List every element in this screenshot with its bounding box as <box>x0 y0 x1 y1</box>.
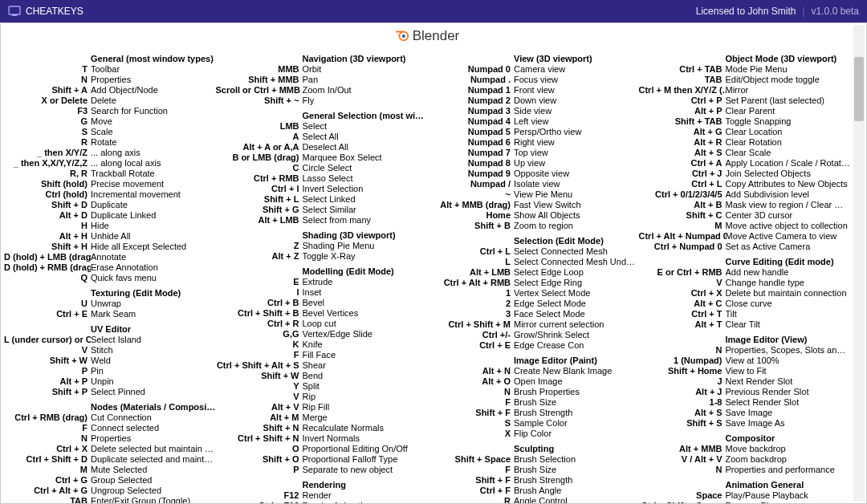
shortcut-key: Numpad / <box>427 179 514 189</box>
shortcut-key: G,G <box>216 329 303 339</box>
shortcut-description: Loop cut <box>303 319 428 329</box>
shortcut-description: Delete <box>91 96 216 106</box>
shortcut-key: Shift + TAB <box>639 116 726 127</box>
shortcut-key: F3 <box>4 106 91 116</box>
shortcut-row: Numpad 8Up view <box>427 158 639 169</box>
shortcut-key: Alt + V <box>216 402 303 413</box>
shortcut-key: Shift + Space <box>427 454 514 465</box>
shortcut-row: VChange handle type <box>639 278 851 288</box>
shortcut-row: Ctrl + JJoin Selected Objects <box>639 169 851 179</box>
shortcut-row: SpacePlay/Pause Playback <box>639 490 851 501</box>
shortcut-description: Zoom In/Out <box>303 85 428 96</box>
shortcut-row: HHide <box>4 221 216 231</box>
shortcut-row: Alt + SSave Image <box>639 408 851 418</box>
shortcut-row: _ then X,X/Y,Y/Z,Z... along local axis <box>4 158 216 169</box>
shortcut-description: Extrude <box>303 277 428 287</box>
shortcut-description: Select Pinned <box>91 387 216 397</box>
shortcut-row: YSplit <box>216 381 428 392</box>
shortcut-key: R <box>427 496 514 504</box>
shortcut-description: Lasso Select <box>303 173 428 184</box>
shortcut-row: LMBSelect <box>216 121 428 132</box>
column: View (3D viewport)Numpad 0Camera viewNum… <box>427 49 639 504</box>
shortcut-row: Alt + LMBSelect from many <box>216 215 428 226</box>
shortcut-key: Ctrl + L <box>639 179 726 189</box>
shortcut-description: Ungroup Selected <box>91 486 216 496</box>
shortcut-description: Right view <box>514 137 639 148</box>
shortcut-row: MMBOrbit <box>216 64 428 75</box>
shortcut-key: Shift + H <box>4 242 91 252</box>
shortcut-key: Alt + T <box>639 319 726 330</box>
shortcut-key: Ctrl (hold) <box>4 189 91 200</box>
scrollbar-thumb[interactable] <box>854 57 864 121</box>
shortcut-description: Change handle type <box>726 278 851 288</box>
vertical-scrollbar[interactable] <box>853 25 865 502</box>
shortcut-description: View Pie Menu <box>514 189 639 200</box>
shortcut-key: P <box>216 465 303 475</box>
shortcut-key: D (hold) + LMB (drag) <box>4 252 91 262</box>
shortcut-description: Toggle X-Ray <box>303 251 428 262</box>
shortcut-row: ZShading Pie Menu <box>216 241 428 251</box>
shortcut-key: Numpad 9 <box>427 169 514 179</box>
shortcut-key: Ctrl + Numpad 0 <box>639 242 726 252</box>
shortcut-row: Alt + SClear Scale <box>639 148 851 158</box>
shortcut-key: Numpad 8 <box>427 158 514 169</box>
shortcut-key: 1-8 <box>639 397 726 408</box>
shortcut-description: Select Linked <box>303 194 428 205</box>
shortcut-key: ~ <box>427 189 514 200</box>
shortcut-row: Alt + MMerge <box>216 413 428 423</box>
shortcut-row: Ctrl + Alt + Numpad 0Move Active Camera … <box>639 231 851 242</box>
shortcut-description: Duplicate selected and maintain con... <box>91 454 216 465</box>
section-title: View (3D viewport) <box>514 54 639 63</box>
shortcut-description: Down view <box>514 96 639 106</box>
shortcut-row: EExtrude <box>216 277 428 287</box>
shortcut-description: Invert Selection <box>303 184 428 194</box>
shortcut-description: Incremental movement <box>91 189 216 200</box>
shortcut-key: Alt + D <box>4 210 91 221</box>
shortcut-description: Join Selected Objects <box>726 169 851 179</box>
shortcut-row: Alt + PClear Parent <box>639 106 851 116</box>
shortcut-row: Ctrl + BBevel <box>216 298 428 308</box>
shortcut-row: SScale <box>4 127 216 137</box>
shortcut-row: Alt + GClear Location <box>639 127 851 137</box>
shortcut-description: Duplicate Linked <box>91 210 216 221</box>
shortcut-row: Ctrl + RLoop cut <box>216 319 428 329</box>
shortcut-key: A <box>216 132 303 142</box>
shortcut-description: View at 100% <box>726 356 851 366</box>
shortcut-row: RAngle Control <box>427 496 639 504</box>
shortcut-description: Enter/Exit Group (Toggle) <box>91 496 216 504</box>
shortcut-row: Shift + PSelect Pinned <box>4 387 216 397</box>
shortcut-key: Ctrl + L <box>427 246 514 257</box>
shortcut-row: Shift + LSelect Linked <box>216 194 428 205</box>
shortcut-description: Scale <box>91 127 216 137</box>
shortcut-key: Alt + LMB <box>427 267 514 278</box>
shortcut-description: Properties <box>91 433 216 444</box>
shortcut-key: Ctrl + TAB <box>639 64 726 75</box>
shortcut-description: Open Image <box>514 376 639 387</box>
shortcut-key: G <box>4 116 91 127</box>
section-title: Selection (Edit Mode) <box>514 236 639 246</box>
shortcut-row: 1-8Select Render Slot <box>639 397 851 408</box>
shortcut-key: Ctrl + R <box>216 319 303 329</box>
shortcut-key: Shift + P <box>4 387 91 397</box>
shortcut-key: Ctrl + Shift + Space <box>639 501 726 504</box>
shortcut-description: Trackball Rotate <box>91 169 216 179</box>
shortcut-row: KKnife <box>216 339 428 350</box>
shortcut-row: TABEdit/Object mode toggle <box>639 75 851 85</box>
shortcut-row: Alt + DDuplicate Linked <box>4 210 216 221</box>
shortcut-key: MMB <box>216 64 303 75</box>
shortcut-description: Proportional Editing On/Off <box>303 444 428 454</box>
shortcut-description: Select Edge Loop <box>514 267 639 278</box>
shortcut-row: Ctrl + PSet Parent (last selected) <box>639 96 851 106</box>
shortcut-key: Ctrl + Alt + Numpad 0 <box>639 231 726 242</box>
shortcut-key: T <box>4 64 91 75</box>
shortcut-description: Circle Select <box>303 163 428 173</box>
shortcut-row: Ctrl (hold)Incremental movement <box>4 189 216 200</box>
shortcut-row: TABEnter/Exit Group (Toggle) <box>4 496 216 504</box>
shortcut-key: V <box>216 392 303 402</box>
shortcut-description: Add Subdivision level <box>726 189 851 200</box>
section-title: Sculpting <box>514 444 639 453</box>
shortcut-key: N <box>427 387 514 397</box>
shortcut-row: MMove active object to collection <box>639 221 851 231</box>
shortcut-key: Shift + O <box>216 454 303 465</box>
shortcut-description: Group Selected <box>91 475 216 486</box>
